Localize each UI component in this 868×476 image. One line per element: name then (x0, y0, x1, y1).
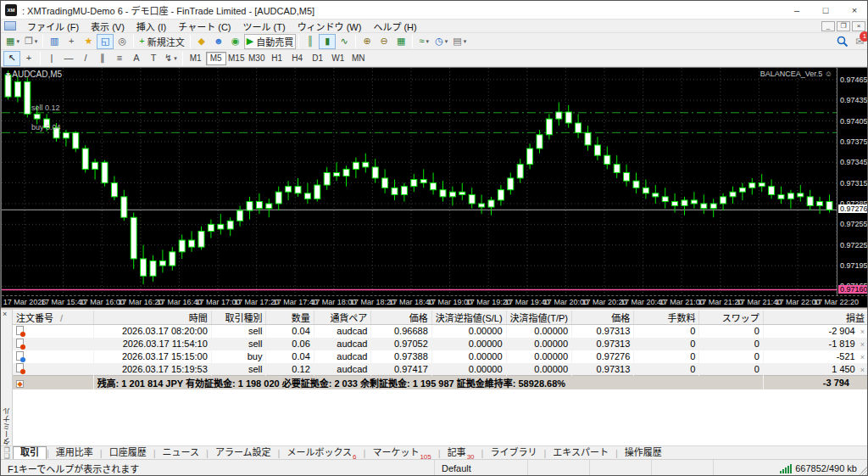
terminal-tab-8[interactable]: 記事30 (441, 446, 481, 459)
cursor-button[interactable]: ↖ (3, 51, 20, 66)
column-header[interactable]: 決済指値(T/P) (506, 311, 571, 325)
column-header[interactable]: 価格 (371, 311, 431, 325)
child-restore-button[interactable]: ❐ (837, 21, 850, 31)
order-cell: 0 (699, 325, 763, 338)
column-header[interactable]: 価格 (572, 311, 634, 325)
hline-button[interactable]: — (60, 51, 77, 66)
terminal-tab-7[interactable]: マーケット105 (365, 446, 437, 459)
close-position-icon[interactable]: × (860, 340, 865, 349)
terminal-close-icon[interactable]: × (3, 311, 7, 318)
menu-item[interactable]: ウィンドウ (W) (292, 19, 368, 34)
menu-item[interactable]: ヘルプ (H) (367, 19, 422, 34)
channel-button[interactable]: ∥ (94, 51, 111, 66)
periods-button[interactable]: ◷▾ (432, 34, 450, 49)
timeframe-m1[interactable]: M1 (186, 52, 206, 65)
maximize-button[interactable]: □ (811, 1, 840, 19)
close-position-icon[interactable]: × (860, 353, 865, 361)
column-header[interactable]: 数量 (266, 311, 314, 325)
candlestick-mode-button[interactable]: ▮ (319, 34, 336, 49)
crosshair-button[interactable]: + (20, 51, 37, 66)
menu-item[interactable]: 挿入 (I) (131, 19, 172, 34)
timeframe-mn[interactable]: MN (348, 52, 369, 65)
column-header[interactable]: 手数料 (634, 311, 699, 325)
terminal-tab-2[interactable]: 運用比率 (49, 446, 100, 459)
order-cell: 0.00000 (506, 363, 571, 376)
price-scale[interactable]: 0.974650.974350.974050.973750.973450.973… (837, 68, 868, 295)
child-close-button[interactable]: × (852, 21, 865, 31)
order-row[interactable]: 2026.03.17 11:54:10sell0.06audcad0.97052… (13, 338, 868, 350)
autotrading-button[interactable]: ▶自動売買 (244, 34, 296, 49)
order-row[interactable]: 2026.03.17 08:20:00sell0.04audcad0.96688… (13, 325, 868, 338)
timeframe-m5[interactable]: M5 (206, 52, 226, 65)
terminal-tab-9[interactable]: ライブラリ (483, 446, 543, 459)
person-icon: ☻ (214, 36, 224, 46)
menu-item[interactable]: チャート (C) (172, 19, 236, 34)
search-icon[interactable] (837, 36, 849, 48)
orders-table-header[interactable]: 注文番号/時間取引種別数量通貨ペア価格決済逆指値(S/L)決済指値(T/P)価格… (13, 311, 868, 325)
new-chart-button[interactable]: ▦▾ (3, 34, 22, 49)
terminal-tab-3[interactable]: 口座履歴 (103, 446, 153, 459)
terminal-tab-11[interactable]: 操作履歴 (618, 446, 669, 459)
timeframe-d1[interactable]: D1 (308, 52, 328, 65)
terminal-toggle-button[interactable]: ◱ (97, 34, 114, 49)
resize-grip[interactable] (858, 466, 868, 476)
fibonacci-button[interactable]: ≡ (111, 51, 128, 66)
order-cell: 0.06 (266, 338, 314, 350)
terminal-tab-4[interactable]: ニュース (156, 446, 206, 459)
connection-traffic: 667852/490 kb (795, 463, 857, 473)
terminal-tab-6[interactable]: メールボックス6 (280, 446, 363, 459)
terminal-tab-10[interactable]: エキスパート (546, 446, 615, 459)
text-button[interactable]: A (128, 51, 145, 66)
menu-item[interactable]: ツール (T) (237, 19, 292, 34)
column-header[interactable]: 決済逆指値(S/L) (431, 311, 506, 325)
candlestick-chart[interactable] (2, 68, 837, 295)
chart-area[interactable]: ▾ AUDCAD,M5 BALANCEA_Ver.5 ☺ 0.974650.97… (1, 67, 868, 308)
column-header[interactable]: 取引種別 (211, 311, 266, 325)
time-axis[interactable]: 17 Mar 202617 Mar 15:4017 Mar 16:0017 Ma… (2, 295, 868, 307)
terminal-tab-1[interactable]: 取引 (13, 446, 47, 459)
community-button[interactable]: ☻ (210, 34, 227, 49)
column-header[interactable]: 時間 (93, 311, 211, 325)
column-header[interactable]: 損益 (763, 311, 868, 325)
tile-windows-button[interactable]: ▦ (392, 34, 409, 49)
column-header[interactable]: 通貨ペア (314, 311, 371, 325)
navigator-button[interactable]: ★ (80, 34, 97, 49)
menu-item[interactable]: 表示 (V) (85, 19, 131, 34)
market-watch-button[interactable]: ▥ (46, 34, 63, 49)
profiles-button[interactable]: ❐▾ (22, 34, 40, 49)
strategy-tester-button[interactable]: ◎ (114, 34, 131, 49)
order-row[interactable]: 2026.03.17 15:19:53sell0.12audcad0.97417… (13, 363, 868, 376)
tab-label: 操作履歴 (625, 445, 662, 458)
metaeditor-button[interactable]: ◆ (193, 34, 210, 49)
menu-item[interactable]: ファイル (F) (21, 19, 85, 34)
timeframe-w1[interactable]: W1 (328, 52, 348, 65)
data-window-button[interactable]: + (63, 34, 80, 49)
order-row[interactable]: 2026.03.17 15:15:00buy0.04audcad0.973880… (13, 350, 868, 363)
bar-chart-mode-button[interactable]: ║ (302, 34, 319, 49)
timeframe-h4[interactable]: H4 (287, 52, 308, 65)
column-header[interactable]: 注文番号/ (13, 311, 93, 325)
vline-button[interactable]: | (43, 51, 60, 66)
arrows-button[interactable]: ↯▾ (162, 51, 180, 66)
text-label-button[interactable]: T (145, 51, 162, 66)
news-button[interactable]: ◉ (227, 34, 244, 49)
zoom-out-button[interactable]: ⊖ (376, 34, 392, 49)
child-minimize-button[interactable]: _ (821, 21, 835, 31)
indicators-button[interactable]: ≈▾ (415, 34, 432, 49)
terminal-tab-5[interactable]: アラーム設定 (209, 446, 278, 459)
trendline-button[interactable]: / (77, 51, 94, 66)
minimize-button[interactable]: – (782, 1, 811, 19)
new-order-button[interactable]: +新規注文 (136, 34, 186, 49)
timeframe-m30[interactable]: M30 (247, 52, 267, 65)
close-position-icon[interactable]: × (860, 366, 865, 374)
zoom-in-button[interactable]: ⊕ (359, 34, 376, 49)
status-profile[interactable]: Default (435, 460, 528, 476)
timeframe-m15[interactable]: M15 (226, 52, 247, 65)
column-header[interactable]: スワップ (699, 311, 763, 325)
close-position-icon[interactable]: × (860, 328, 865, 336)
notifications-icon[interactable]: ✉1 (855, 36, 864, 48)
close-button[interactable]: × (840, 1, 868, 19)
templates-button[interactable]: ▤▾ (450, 34, 469, 49)
line-chart-mode-button[interactable]: ∿ (336, 34, 353, 49)
timeframe-h1[interactable]: H1 (267, 52, 287, 65)
